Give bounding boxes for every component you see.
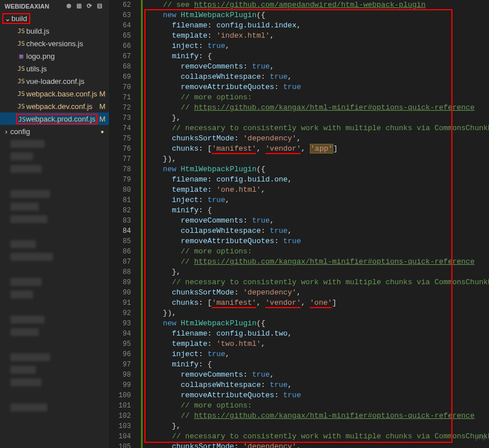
code-editor[interactable]: 6263646566676869707172737475767778798081… [109, 0, 489, 448]
code-line[interactable]: // see https://github.com/ampedandwired/… [145, 0, 489, 10]
line-number: 82 [109, 205, 131, 216]
code-line[interactable]: minify: { [145, 360, 489, 370]
js-file-icon: JS [16, 65, 26, 72]
line-number: 75 [109, 134, 131, 144]
code-line[interactable]: template: 'one.html', [145, 185, 489, 195]
code-line[interactable]: }, [145, 421, 489, 431]
js-file-icon: JS [16, 40, 26, 47]
code-line[interactable]: chunks: ['manifest', 'vendor', 'one'] [145, 298, 489, 308]
line-number: 98 [109, 370, 131, 380]
line-number: 70 [109, 82, 131, 92]
code-line[interactable]: inject: true, [145, 195, 489, 205]
code-line[interactable]: }, [145, 113, 489, 123]
folder-build[interactable]: ⌄ build [0, 12, 109, 25]
file-item[interactable]: JSwebpack.prod.conf.jsM [0, 112, 109, 125]
code-line[interactable]: // more options: [145, 247, 489, 257]
blurred-row [0, 313, 109, 326]
line-number: 105 [109, 442, 131, 448]
folder-label: config [10, 127, 98, 136]
code-line[interactable]: minify: { [145, 205, 489, 216]
code-line[interactable]: }), [145, 308, 489, 318]
line-number: 69 [109, 72, 131, 82]
code-line[interactable]: template: 'two.html', [145, 339, 489, 349]
code-line[interactable]: }, [145, 267, 489, 277]
code-line[interactable]: // more options: [145, 92, 489, 103]
code-line[interactable]: collapseWhitespace: true, [145, 72, 489, 82]
collapse-icon[interactable]: ⊟ [94, 2, 104, 10]
line-number: 80 [109, 185, 131, 195]
blurred-row [0, 213, 109, 225]
file-item[interactable]: JScheck-versions.js [0, 37, 109, 50]
line-number: 71 [109, 92, 131, 103]
code-line[interactable]: // necessary to consistently work with m… [145, 277, 489, 288]
line-number: 91 [109, 298, 131, 308]
code-line[interactable]: // https://github.com/kangax/html-minifi… [145, 103, 489, 113]
file-item[interactable]: JSvue-loader.conf.js [0, 75, 109, 87]
code-line[interactable]: filename: config.build.one, [145, 175, 489, 185]
blurred-row [0, 138, 109, 150]
line-number: 88 [109, 267, 131, 277]
new-folder-icon[interactable]: ⊞ [74, 2, 84, 10]
line-number: 67 [109, 51, 131, 62]
code-line[interactable]: collapseWhitespace: true, [145, 380, 489, 390]
folder-label: build [11, 14, 27, 23]
code-line[interactable]: }), [145, 154, 489, 164]
line-number: 93 [109, 318, 131, 329]
file-label: webpack.base.conf.js [26, 90, 98, 98]
file-label: build.js [26, 27, 107, 35]
code-line[interactable]: // https://github.com/kangax/html-minifi… [145, 257, 489, 267]
code-line[interactable]: chunksSortMode: 'dependency', [145, 288, 489, 298]
code-line[interactable]: // https://github.com/kangax/html-minifi… [145, 411, 489, 421]
line-number: 63 [109, 10, 131, 21]
refresh-icon[interactable]: ⟳ [84, 2, 94, 10]
js-file-icon: JS [16, 103, 26, 110]
line-number: 84 [109, 226, 131, 236]
blurred-row [0, 238, 109, 251]
code-line[interactable]: // necessary to consistently work with m… [145, 431, 489, 442]
js-file-icon: JS [16, 90, 26, 98]
code-line[interactable]: new HtmlWebpackPlugin({ [145, 164, 489, 175]
watermark: php 中文网 [475, 433, 489, 442]
code-line[interactable]: removeAttributeQuotes: true [145, 390, 489, 401]
file-item[interactable]: JSwebpack.dev.conf.jsM [0, 100, 109, 112]
js-file-icon: JS [16, 78, 26, 85]
code-line[interactable]: filename: config.build.two, [145, 329, 489, 339]
code-line[interactable]: inject: true, [145, 41, 489, 51]
code-line[interactable]: removeComments: true, [145, 370, 489, 380]
code-line[interactable]: removeComments: true, [145, 216, 489, 226]
code-line[interactable]: collapseWhitespace: true, [145, 226, 489, 236]
code-line[interactable]: removeAttributeQuotes: true [145, 236, 489, 247]
code-line[interactable]: chunksSortMode: 'dependency', [145, 134, 489, 144]
line-number: 74 [109, 123, 131, 134]
line-number: 90 [109, 288, 131, 298]
line-number: 86 [109, 247, 131, 257]
code-line[interactable]: // more options: [145, 401, 489, 411]
code-line[interactable]: filename: config.build.index, [145, 21, 489, 31]
blurred-row [0, 376, 109, 389]
code-line[interactable]: inject: true, [145, 349, 489, 360]
file-item[interactable]: JSwebpack.base.conf.jsM [0, 87, 109, 100]
line-number: 101 [109, 401, 131, 411]
code-line[interactable]: chunks: ['manifest', 'vendor', 'app'] [145, 144, 489, 154]
code-line[interactable]: new HtmlWebpackPlugin({ [145, 318, 489, 329]
code-area[interactable]: // see https://github.com/ampedandwired/… [143, 0, 489, 448]
new-file-icon[interactable]: ⊕ [63, 2, 74, 10]
blurred-row [0, 364, 109, 376]
code-line[interactable]: new HtmlWebpackPlugin({ [145, 10, 489, 21]
code-line[interactable]: // necessary to consistently work with m… [145, 123, 489, 134]
code-line[interactable]: removeAttributeQuotes: true [145, 82, 489, 92]
line-number: 85 [109, 236, 131, 247]
line-number: 96 [109, 349, 131, 360]
chevron-down-icon: ⌄ [3, 14, 11, 23]
code-line[interactable]: removeComments: true, [145, 62, 489, 72]
file-item[interactable]: JSutils.js [0, 62, 109, 75]
file-label: webpack.dev.conf.js [26, 102, 98, 111]
file-item[interactable]: JSbuild.js [0, 25, 109, 37]
line-number: 102 [109, 411, 131, 421]
code-line[interactable]: chunksSortMode: 'dependency', [145, 442, 489, 448]
code-line[interactable]: minify: { [145, 51, 489, 62]
file-item[interactable]: ▦logo.png [0, 50, 109, 62]
code-line[interactable]: template: 'index.html', [145, 31, 489, 41]
folder-config[interactable]: › config ● [0, 125, 109, 138]
line-number: 72 [109, 103, 131, 113]
